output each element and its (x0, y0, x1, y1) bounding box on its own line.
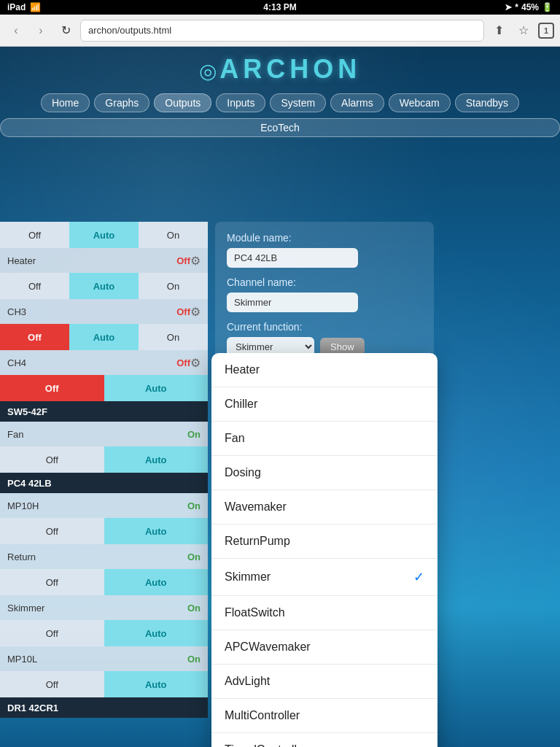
dropdown-dosing-label: Dosing (225, 466, 261, 479)
ch4-extra-off-button[interactable]: Off (0, 375, 104, 401)
ch3-status: Off (176, 306, 190, 317)
heater-control-row: Off Auto On (0, 222, 208, 248)
mp10h-off-button[interactable]: Off (0, 518, 104, 544)
heater-auto-button[interactable]: Auto (69, 222, 139, 248)
ch3-gear-icon[interactable]: ⚙ (190, 305, 201, 319)
dropdown-skimmer-label: Skimmer (225, 570, 271, 584)
nav-outputs[interactable]: Outputs (154, 93, 211, 112)
reload-button[interactable]: ↻ (55, 20, 76, 41)
dropdown-item-dosing[interactable]: Dosing (211, 456, 438, 490)
heater-gear-icon[interactable]: ⚙ (190, 254, 201, 268)
dropdown-item-timedcontroller[interactable]: TimedController (211, 733, 438, 747)
heater-label: Heater (7, 255, 176, 266)
ch4-auto-button[interactable]: Auto (69, 324, 139, 350)
logo-area: ◎ ARCHON (0, 47, 560, 90)
mp10h-label-row: MP10H On (0, 493, 208, 518)
return-status: On (187, 551, 201, 562)
ch3-off-button[interactable]: Off (0, 273, 69, 299)
skimmer-label-row: Skimmer On (0, 595, 208, 620)
status-right: ➤ * 45% 🔋 (505, 2, 553, 12)
heater-on-button[interactable]: On (139, 222, 208, 248)
status-time: 4:13 PM (263, 2, 296, 12)
nav-system[interactable]: System (270, 93, 326, 112)
url-bar[interactable]: archon/outputs.html (80, 20, 484, 42)
function-dropdown[interactable]: Heater Chiller Fan Dosing Wavemaker Retu… (211, 353, 438, 747)
mp10l-control-row: Off Auto (0, 671, 208, 697)
heater-off-button[interactable]: Off (0, 222, 69, 248)
dropdown-multicontroller-label: MultiController (225, 709, 300, 722)
back-button[interactable]: ‹ (6, 20, 26, 41)
dropdown-item-chiller[interactable]: Chiller (211, 387, 438, 422)
fan-status: On (187, 429, 201, 440)
return-label-row: Return On (0, 544, 208, 569)
browser-chrome: ‹ › ↻ archon/outputs.html ⬆ ☆ 1 (0, 15, 560, 47)
ch4-extra-auto-button[interactable]: Auto (104, 375, 209, 401)
heater-status: Off (176, 255, 190, 266)
dropdown-item-apcwavemaker[interactable]: APCWavemaker (211, 630, 438, 665)
dropdown-item-floatswitch[interactable]: FloatSwitch (211, 596, 438, 630)
return-off-button[interactable]: Off (0, 569, 104, 595)
dropdown-item-wavemaker[interactable]: Wavemaker (211, 490, 438, 525)
fan-control-row: Off Auto (0, 446, 208, 473)
function-label: Current function: (227, 321, 422, 333)
dropdown-item-advlight[interactable]: AdvLight (211, 665, 438, 699)
right-panel: Module name: Channel name: Current funct… (215, 222, 434, 367)
selected-checkmark: ✓ (413, 569, 424, 585)
left-panel: Off Auto On Heater Off ⚙ Off Auto On CH3… (0, 222, 208, 718)
channel-name-input[interactable] (227, 293, 358, 312)
battery-label: 45% (521, 2, 539, 12)
ch4-on-button[interactable]: On (139, 324, 208, 350)
ch3-label-row: CH3 Off ⚙ (0, 299, 208, 324)
dropdown-apcwavemaker-label: APCWavemaker (225, 640, 311, 654)
nav-inputs[interactable]: Inputs (216, 93, 265, 112)
dropdown-heater-label: Heater (225, 363, 260, 376)
ch3-on-button[interactable]: On (139, 273, 208, 299)
url-text: archon/outputs.html (88, 25, 171, 36)
channel-name-label: Channel name: (227, 276, 422, 288)
ecotech-button[interactable]: EcoTech (0, 118, 560, 137)
fan-off-button[interactable]: Off (0, 446, 104, 473)
nav-home[interactable]: Home (41, 93, 90, 112)
mp10h-auto-button[interactable]: Auto (104, 518, 209, 544)
dropdown-item-heater[interactable]: Heater (211, 353, 438, 387)
ch4-off-button[interactable]: Off (0, 324, 69, 350)
ch3-control-row: Off Auto On (0, 273, 208, 299)
location-icon: ➤ (505, 2, 512, 12)
sw5-section-header: SW5-42F (0, 401, 208, 422)
share-button[interactable]: ⬆ (489, 20, 509, 41)
skimmer-status: On (187, 603, 201, 614)
ch3-auto-button[interactable]: Auto (69, 273, 139, 299)
dropdown-item-returnpump[interactable]: ReturnPump (211, 525, 438, 559)
mp10h-control-row: Off Auto (0, 518, 208, 544)
logo-icon: ◎ (199, 60, 217, 82)
info-box: Module name: Channel name: Current funct… (215, 222, 434, 367)
skimmer-off-button[interactable]: Off (0, 620, 104, 646)
bookmark-button[interactable]: ☆ (513, 20, 534, 41)
module-name-label: Module name: (227, 232, 422, 244)
dropdown-returnpump-label: ReturnPump (225, 535, 290, 548)
fan-label: Fan (7, 429, 187, 440)
nav-webcam[interactable]: Webcam (389, 93, 451, 112)
forward-button[interactable]: › (31, 20, 51, 41)
module-name-input[interactable] (227, 248, 358, 268)
skimmer-auto-button[interactable]: Auto (104, 620, 209, 646)
dropdown-timedcontroller-label: TimedController (225, 743, 307, 747)
wifi-icon: 📶 (30, 2, 41, 12)
mp10h-status: On (187, 500, 201, 511)
carrier-label: iPad (7, 2, 26, 12)
dropdown-item-multicontroller[interactable]: MultiController (211, 699, 438, 733)
ch4-gear-icon[interactable]: ⚙ (190, 356, 201, 370)
dropdown-item-skimmer[interactable]: Skimmer ✓ (211, 559, 438, 596)
ch4-control-row: Off Auto On (0, 324, 208, 350)
dropdown-item-fan[interactable]: Fan (211, 422, 438, 456)
return-auto-button[interactable]: Auto (104, 569, 209, 595)
nav-graphs[interactable]: Graphs (94, 93, 149, 112)
fan-auto-button[interactable]: Auto (104, 446, 209, 473)
nav-standbys[interactable]: Standbys (455, 93, 519, 112)
nav-bar: Home Graphs Outputs Inputs System Alarms… (0, 90, 560, 115)
nav-alarms[interactable]: Alarms (330, 93, 384, 112)
tab-count[interactable]: 1 (538, 23, 554, 39)
dropdown-advlight-label: AdvLight (225, 675, 270, 688)
mp10l-auto-button[interactable]: Auto (104, 671, 209, 697)
mp10l-off-button[interactable]: Off (0, 671, 104, 697)
